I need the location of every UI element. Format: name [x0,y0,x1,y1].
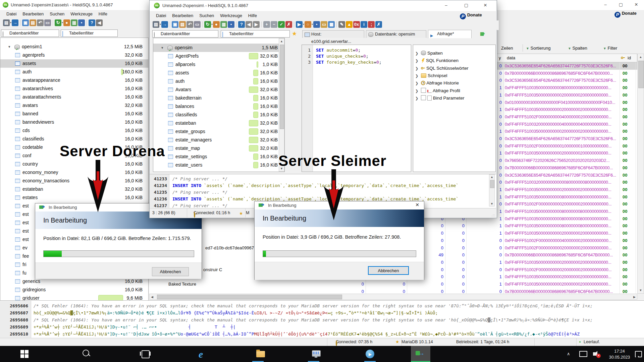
table-row-AgentPrefs[interactable]: AgentPrefs32,0 KiB [153,52,284,60]
table-row-assets[interactable]: assets16,0 KiB [153,69,284,77]
table-row-avatars[interactable]: avatars32,0 KiB [0,101,148,110]
sidebar-item-key[interactable]: ❯ SQL Schlüsselwörter [415,65,469,72]
table-row-bannedviewers[interactable]: bannedviewers16,0 KiB [0,118,148,126]
dialog1-cancel-button[interactable]: Abbrechen [152,267,189,276]
table-row-economy_transactions[interactable]: economy_transactions16,0 KiB [0,177,148,185]
sidebar-item-clock[interactable]: ❯ Abfrage Historie [415,79,459,87]
connect-icon[interactable]: → [161,21,168,28]
new-query-tab-button[interactable]: ▦+ [480,31,485,36]
table-row-estate_groups[interactable]: estate_groups32,0 KiB [153,127,284,136]
sidebar-item-bolt[interactable]: ❯ SQL Funktionen [415,57,459,64]
table-row[interactable]: 000000x7B00000066B00000008686967685F6C6F… [149,288,637,294]
win2-donate-button[interactable]: P Donate [460,12,482,19]
menu-win1-suchen[interactable]: Suchen [47,10,67,18]
media-player-icon[interactable]: ▶ [366,350,374,358]
table-row-estate_map[interactable]: estate_map32,0 KiB [153,144,284,153]
info-icon[interactable]: i [361,21,367,28]
paste-icon[interactable]: ▤ [30,19,36,26]
session-manager-icon-dropdown[interactable]: ▾ [160,20,161,28]
stop-icon[interactable]: ✗ [375,21,382,28]
table-row-gridregions[interactable]: gridregions16,0 KiB [0,286,148,294]
win1-donate-button[interactable]: P Donate [614,11,637,18]
refresh-icon-dropdown[interactable]: ▾ [211,20,213,28]
save-icon[interactable]: ▪ [78,19,85,26]
run-query-icon-dropdown[interactable]: ▾ [303,20,304,28]
refresh-icon-dropdown[interactable]: ▾ [62,19,63,27]
table-row-banned[interactable]: banned16,0 KiB [0,110,148,118]
last-row-icon[interactable]: ▶ [253,21,260,28]
file-explorer-icon[interactable] [256,351,265,357]
table-row-cds[interactable]: cds16,0 KiB [0,126,148,135]
table-row-estateban[interactable]: estateban32,0 KiB [0,185,148,193]
export-tables-icon[interactable]: ▥ [220,21,227,28]
first-row-icon[interactable]: ◀ [96,19,103,26]
table-row-avatarattachments[interactable]: avatarattachments16,0 KiB [0,93,148,101]
win2-database-filter-input[interactable]: Datenbankfilter [152,30,218,38]
table-row[interactable]: Baked Texture000010xFF4FFF51003500000000… [149,281,637,288]
win2-close-button[interactable]: ✕ [478,1,493,10]
task-view-icon[interactable] [142,350,150,358]
menu-win2-datei[interactable]: Datei [153,12,169,19]
tab-host[interactable]: Host: e100.grid.serverfar... [302,30,364,38]
taskbar-clock[interactable]: 17:24 30.05.2023 [606,348,633,360]
table-row-country[interactable]: country16,0 KiB [0,160,148,168]
save-sql-icon[interactable]: ▪ [313,21,320,28]
column-header-id[interactable]: id [628,55,631,60]
table-row-avatarappearance[interactable]: avatarappearance16,0 KiB [0,76,148,84]
copy-icon[interactable]: ▣ [22,19,29,26]
dialog2-cancel-button[interactable]: Abbrechen [368,266,409,275]
win2-table-filter-input[interactable]: Tabellenfilter [221,30,290,38]
print-icon[interactable]: ▭ [44,19,51,26]
table-row-auth[interactable]: auth160,0 KiB [0,68,148,76]
table-row-estate_users[interactable]: estate_users16,0 KiB [153,161,284,169]
win2-minimize-button[interactable]: – [438,1,454,10]
network-icon[interactable] [579,351,587,357]
first-row-icon[interactable]: ◀ [246,21,252,28]
copy-icon[interactable]: ▣ [172,21,178,28]
win1-minimize-button[interactable]: – [598,0,613,9]
internet-explorer-icon[interactable]: e [199,349,203,360]
sidebar-item-page[interactable]: ❯ Bind Parameter [415,95,465,102]
warning-icon[interactable]: ▲ [346,21,353,28]
sidebar-item-folder[interactable]: ❯ Schnipsel [415,72,447,79]
win2-query-helpers-panel[interactable]: ❯ Spalten❯ SQL Funktionen❯ SQL Schlüssel… [413,45,496,172]
table-row-auth[interactable]: auth16,0 KiB [153,77,284,85]
win2-database-tree[interactable]: ▾✓opensim1,5 MiBAgentPrefs32,0 KiBallpar… [153,38,285,172]
win1-table-filter-input[interactable]: Tabellenfilter [61,29,118,37]
columns-button[interactable]: ▼ Spalten [568,46,587,51]
win2-maximize-button[interactable]: ▢ [459,1,474,10]
resize-grip[interactable]: .:: [491,214,495,217]
menu-win1-datei[interactable]: Datei [3,10,19,18]
help-icon[interactable]: ? [238,21,245,28]
start-button[interactable] [20,350,29,358]
user-manager-icon[interactable]: ● [213,21,220,28]
win2-titlebar[interactable]: HS Unnamed-2\opensim\ - HeidiSQL 9.1.0.4… [150,0,496,11]
win1-grid-vscrollbar[interactable]: ▲ ▼ [637,54,644,294]
table-row-classifieds[interactable]: classifieds16,0 KiB [153,111,284,119]
help-icon[interactable]: ? [89,19,95,26]
search-icon[interactable] [83,350,91,358]
win1-close-button[interactable]: ✕ [629,0,644,9]
tab-query[interactable]: ▶Abfrage* [428,30,472,38]
menu-win2-hilfe[interactable]: Hilfe [245,12,260,19]
win2-tree-db-row[interactable]: ▾✓opensim1,5 MiB [153,44,284,52]
column-header-temporary[interactable]: y [499,55,501,60]
menu-win2-suchen[interactable]: Suchen [196,12,217,19]
table-row-estate_settings[interactable]: estate_settings16,0 KiB [153,153,284,161]
refresh-icon[interactable]: ↻ [55,19,61,26]
table-row-allparcels[interactable]: allparcels1,0 KiB [153,60,284,69]
connect-icon[interactable]: → [12,19,18,26]
post-icon[interactable]: ✓ [278,21,285,28]
win2-tree-scrollbar[interactable]: ▲ ▼ [279,38,284,172]
session-manager-icon[interactable]: ▤ [3,19,10,26]
delete-row-icon[interactable]: − [271,21,277,28]
table-row-assets[interactable]: assets16,0 KiB [0,59,148,68]
favorites-star-icon[interactable]: ★ [292,30,297,37]
print-icon[interactable]: ▭ [194,21,201,28]
heidisql-taskbar-button[interactable]: → [411,346,430,362]
sql-editor-line[interactable]: SET autocommit=0; [316,48,410,53]
menu-win2-werkzeuge[interactable]: Werkzeuge [217,12,245,19]
paste-icon[interactable]: ▤ [179,21,186,28]
win1-sql-log[interactable]: 2695606/* SQL Fehler (1064): You have an… [0,300,644,338]
tab-db[interactable]: Datenbank: opensim [366,30,426,38]
